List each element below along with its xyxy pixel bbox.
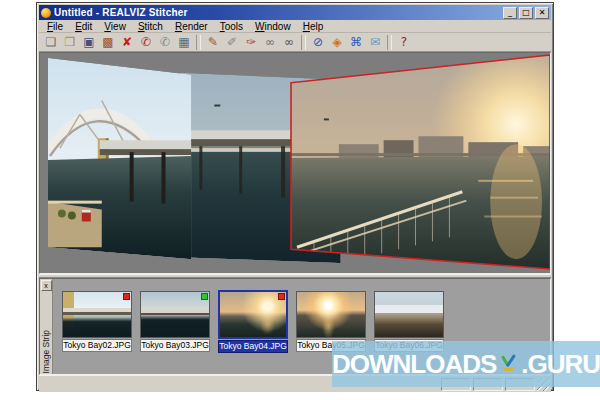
menu-item-edit[interactable]: Edit bbox=[69, 21, 98, 32]
image-strip-label: Image Strip bbox=[41, 329, 51, 373]
stitch-snap-icon[interactable]: ✆ bbox=[137, 34, 155, 51]
remove-images-icon[interactable]: ✘ bbox=[118, 34, 136, 51]
menu-item-render[interactable]: Render bbox=[169, 21, 214, 32]
menu-item-tools[interactable]: Tools bbox=[214, 21, 249, 32]
image-strip-sidebar: x Image Strip bbox=[40, 279, 53, 374]
toolbar-separator bbox=[196, 35, 201, 50]
download-arrow-icon bbox=[500, 352, 517, 376]
new-document-icon[interactable]: ❏ bbox=[42, 34, 60, 51]
toolbar-separator bbox=[301, 35, 306, 50]
adjust-tool-icon[interactable]: ✑ bbox=[242, 34, 260, 51]
pano-frame-icon[interactable]: ✉ bbox=[366, 34, 384, 51]
menu-item-window[interactable]: Window bbox=[249, 21, 297, 32]
thumbnail-status-badge bbox=[201, 293, 208, 300]
thumbnail-tokyo-bay04.jpg[interactable]: Tokyo Bay04.JPG bbox=[218, 291, 288, 353]
menu-bar: FileEditViewStitchRenderToolsWindowHelp bbox=[39, 20, 551, 33]
minimize-button[interactable]: _ bbox=[503, 7, 517, 19]
toolbar-separator bbox=[387, 35, 392, 50]
thumbnail-filename: Tokyo Bay03.JPG bbox=[140, 339, 210, 352]
stitch-release-icon[interactable]: ✆ bbox=[156, 34, 174, 51]
cone-projection-icon[interactable]: ◈ bbox=[328, 34, 346, 51]
title-bar[interactable]: Untitled - REALVIZ Stitcher _ □ ✕ bbox=[39, 5, 551, 20]
image-strip-close-button[interactable]: x bbox=[41, 280, 52, 291]
menu-item-file[interactable]: File bbox=[41, 21, 69, 32]
thumbnail-tokyo-bay02.jpg[interactable]: Tokyo Bay02.JPG bbox=[62, 291, 132, 352]
link-images-icon[interactable]: ⌘ bbox=[347, 34, 365, 51]
window-title: Untitled - REALVIZ Stitcher bbox=[54, 7, 503, 18]
downloads-guru-watermark: DOWNLOADS .GURU bbox=[332, 341, 600, 387]
thumbnail-image[interactable] bbox=[374, 291, 444, 338]
photo-left[interactable] bbox=[48, 58, 191, 259]
save-icon[interactable]: ▣ bbox=[80, 34, 98, 51]
preview-monitor-icon[interactable]: ▦ bbox=[175, 34, 193, 51]
edit-stitch-icon[interactable]: ✎ bbox=[204, 34, 222, 51]
thumbnail-status-badge bbox=[123, 293, 130, 300]
toolbar: ❏❐▣▩✘✆✆▦✎✐✑∞∞⊘◈⌘✉? bbox=[39, 33, 551, 52]
menu-item-view[interactable]: View bbox=[98, 21, 132, 32]
stitched-panorama bbox=[40, 53, 550, 273]
stitch-canvas[interactable] bbox=[39, 52, 551, 274]
thumbnail-image[interactable] bbox=[218, 290, 288, 339]
add-images-icon[interactable]: ▩ bbox=[99, 34, 117, 51]
drag-stitch-icon[interactable]: ✐ bbox=[223, 34, 241, 51]
maximize-button[interactable]: □ bbox=[519, 7, 533, 19]
thumbnail-status-badge bbox=[278, 293, 285, 300]
menu-item-help[interactable]: Help bbox=[297, 21, 330, 32]
watermark-text-right: .GURU bbox=[521, 349, 600, 380]
open-folder-icon[interactable]: ❐ bbox=[61, 34, 79, 51]
binoculars-icon[interactable]: ∞ bbox=[280, 34, 298, 51]
help-icon[interactable]: ? bbox=[395, 34, 413, 51]
thumbnail-filename: Tokyo Bay02.JPG bbox=[62, 339, 132, 352]
menu-item-stitch[interactable]: Stitch bbox=[132, 21, 169, 32]
thumbnail-image[interactable] bbox=[62, 291, 132, 338]
photo-right-selected[interactable] bbox=[291, 53, 550, 269]
thumbnail-image[interactable] bbox=[140, 291, 210, 338]
thumbnail-filename: Tokyo Bay04.JPG bbox=[218, 340, 288, 353]
thumbnail-tokyo-bay03.jpg[interactable]: Tokyo Bay03.JPG bbox=[140, 291, 210, 352]
close-button[interactable]: ✕ bbox=[535, 7, 549, 19]
app-icon bbox=[41, 8, 51, 18]
glasses-icon[interactable]: ∞ bbox=[261, 34, 279, 51]
app-window: Untitled - REALVIZ Stitcher _ □ ✕ FileEd… bbox=[36, 2, 554, 391]
sphere-projection-icon[interactable]: ⊘ bbox=[309, 34, 327, 51]
watermark-text-left: DOWNLOADS bbox=[332, 349, 496, 380]
thumbnail-image[interactable] bbox=[296, 291, 366, 338]
